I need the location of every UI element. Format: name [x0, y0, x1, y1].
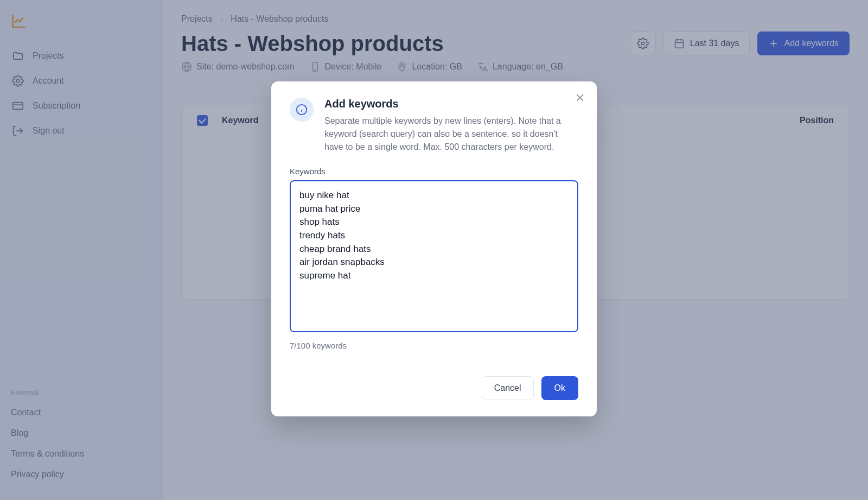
info-icon: [296, 104, 308, 116]
close-icon: ✕: [575, 91, 585, 105]
ok-button[interactable]: Ok: [541, 376, 578, 400]
add-keywords-modal: ✕ Add keywords Separate multiple keyword…: [271, 81, 597, 416]
modal-head-text: Add keywords Separate multiple keywords …: [324, 98, 578, 154]
modal-footer: Cancel Ok: [290, 376, 578, 400]
keywords-field-label: Keywords: [290, 167, 578, 176]
modal-body: Keywords 7/100 keywords: [290, 167, 578, 350]
modal-title: Add keywords: [324, 98, 578, 110]
keywords-textarea[interactable]: [290, 180, 578, 332]
modal-overlay: ✕ Add keywords Separate multiple keyword…: [0, 0, 868, 500]
modal-description: Separate multiple keywords by new lines …: [324, 115, 578, 154]
close-button[interactable]: ✕: [575, 92, 585, 104]
info-icon-badge: [290, 98, 314, 122]
cancel-button[interactable]: Cancel: [482, 376, 534, 400]
keywords-counter: 7/100 keywords: [290, 341, 578, 350]
modal-head: Add keywords Separate multiple keywords …: [290, 98, 578, 154]
